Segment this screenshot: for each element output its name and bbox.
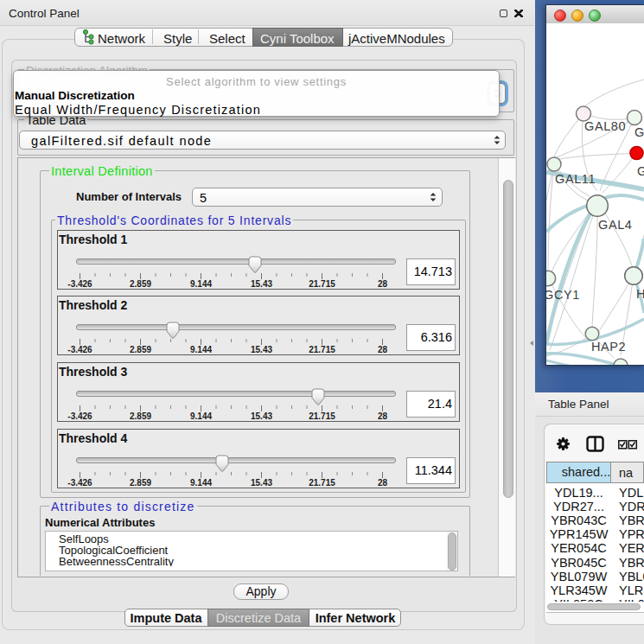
svg-text:H: H [636,287,644,301]
svg-text:GCY1: GCY1 [546,288,580,302]
svg-text:GAL80: GAL80 [584,119,626,133]
svg-text:G: G [637,164,644,178]
svg-text:HAP2: HAP2 [591,340,626,354]
svg-text:GA: GA [634,125,644,139]
svg-text:GAL11: GAL11 [555,172,596,186]
svg-text:GAL4: GAL4 [598,218,632,232]
